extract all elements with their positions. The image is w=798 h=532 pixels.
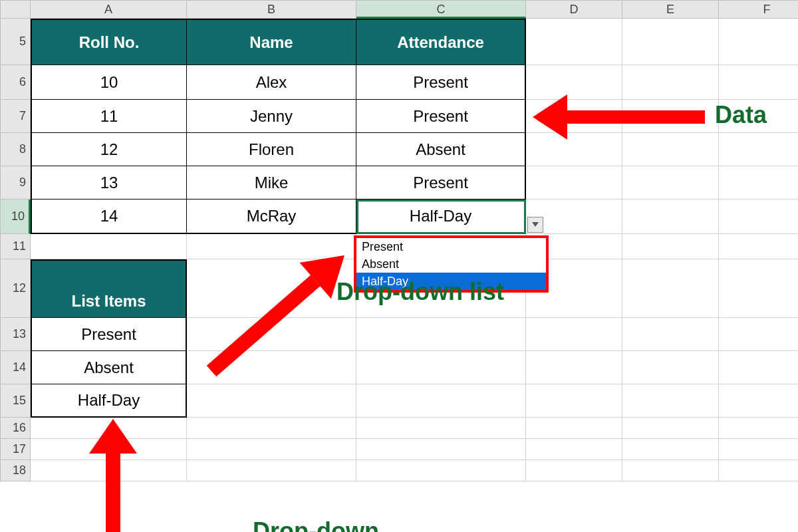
cell-F9[interactable] <box>719 166 798 200</box>
cell-A11[interactable] <box>31 234 187 259</box>
cell-C6[interactable]: Present <box>356 65 526 100</box>
cell-E7[interactable] <box>622 100 719 133</box>
cell-B16[interactable] <box>187 418 356 439</box>
row-header-9[interactable]: 9 <box>0 166 31 200</box>
cell-B17[interactable] <box>187 439 356 460</box>
cell-C14[interactable] <box>356 351 526 384</box>
row-header-6[interactable]: 6 <box>0 65 31 100</box>
cell-C13[interactable] <box>356 318 526 351</box>
row-header-11[interactable]: 11 <box>0 234 31 259</box>
cell-E15[interactable] <box>622 384 719 418</box>
cell-A7[interactable]: 11 <box>31 100 187 133</box>
row-header-7[interactable]: 7 <box>0 100 31 133</box>
cell-D8[interactable] <box>526 133 622 166</box>
row-header-17[interactable]: 17 <box>0 439 31 460</box>
cell-D13[interactable] <box>526 318 622 351</box>
row-header-5[interactable]: 5 <box>0 19 31 65</box>
cell-C15[interactable] <box>356 384 526 418</box>
cell-B5[interactable]: Name <box>187 19 356 65</box>
cell-A8[interactable]: 12 <box>31 133 187 166</box>
cell-B13[interactable] <box>187 318 356 351</box>
cell-C8[interactable]: Absent <box>356 133 526 166</box>
row-header-13[interactable]: 13 <box>0 318 31 351</box>
dropdown-button[interactable] <box>527 217 543 233</box>
col-header-E[interactable]: E <box>622 0 719 19</box>
cell-B18[interactable] <box>187 460 356 481</box>
cell-A5[interactable]: Roll No. <box>31 19 187 65</box>
cell-A14[interactable]: Absent <box>31 351 187 384</box>
cell-E5[interactable] <box>622 19 719 65</box>
cell-D14[interactable] <box>526 351 622 384</box>
cell-D15[interactable] <box>526 384 622 418</box>
cell-F8[interactable] <box>719 133 798 166</box>
cell-F15[interactable] <box>719 384 798 418</box>
col-header-C[interactable]: C <box>356 0 526 19</box>
cell-A16[interactable] <box>31 418 187 439</box>
row-header-10[interactable]: 10 <box>0 200 31 234</box>
col-header-D[interactable]: D <box>526 0 622 19</box>
cell-D9[interactable] <box>526 166 622 200</box>
cell-C9[interactable]: Present <box>356 166 526 200</box>
col-header-A[interactable]: A <box>31 0 187 19</box>
cell-C7[interactable]: Present <box>356 100 526 133</box>
cell-C10[interactable]: Half-Day <box>356 200 526 234</box>
cell-F6[interactable] <box>719 65 798 100</box>
cell-D5[interactable] <box>526 19 622 65</box>
cell-E6[interactable] <box>622 65 719 100</box>
cell-B8[interactable]: Floren <box>187 133 356 166</box>
cell-B14[interactable] <box>187 351 356 384</box>
cell-A18[interactable] <box>31 460 187 481</box>
cell-C16[interactable] <box>356 418 526 439</box>
cell-A13[interactable]: Present <box>31 318 187 351</box>
cell-F17[interactable] <box>719 439 798 460</box>
cell-F16[interactable] <box>719 418 798 439</box>
cell-F18[interactable] <box>719 460 798 481</box>
cell-B10[interactable]: McRay <box>187 200 356 234</box>
cell-E10[interactable] <box>622 200 719 234</box>
cell-C18[interactable] <box>356 460 526 481</box>
cell-B11[interactable] <box>187 234 356 259</box>
cell-A12[interactable]: List Items <box>31 259 187 318</box>
cell-E16[interactable] <box>622 418 719 439</box>
col-header-B[interactable]: B <box>187 0 356 19</box>
dropdown-option[interactable]: Present <box>356 238 546 255</box>
cell-F13[interactable] <box>719 318 798 351</box>
cell-B12[interactable] <box>187 259 356 318</box>
cell-C17[interactable] <box>356 439 526 460</box>
select-all-corner[interactable] <box>0 0 31 19</box>
cell-E12[interactable] <box>622 259 719 318</box>
row-header-15[interactable]: 15 <box>0 384 31 418</box>
cell-D16[interactable] <box>526 418 622 439</box>
dropdown-option[interactable]: Absent <box>356 255 546 273</box>
cell-F11[interactable] <box>719 234 798 259</box>
cell-E14[interactable] <box>622 351 719 384</box>
cell-A17[interactable] <box>31 439 187 460</box>
cell-E9[interactable] <box>622 166 719 200</box>
cell-E17[interactable] <box>622 439 719 460</box>
cell-B9[interactable]: Mike <box>187 166 356 200</box>
cell-E11[interactable] <box>622 234 719 259</box>
cell-A15[interactable]: Half-Day <box>31 384 187 418</box>
cell-A6[interactable]: 10 <box>31 65 187 100</box>
cell-A9[interactable]: 13 <box>31 166 187 200</box>
cell-D17[interactable] <box>526 439 622 460</box>
cell-B7[interactable]: Jenny <box>187 100 356 133</box>
row-header-16[interactable]: 16 <box>0 418 31 439</box>
cell-D18[interactable] <box>526 460 622 481</box>
cell-B15[interactable] <box>187 384 356 418</box>
cell-F5[interactable] <box>719 19 798 65</box>
cell-E8[interactable] <box>622 133 719 166</box>
row-header-12[interactable]: 12 <box>0 259 31 318</box>
row-header-14[interactable]: 14 <box>0 351 31 384</box>
cell-D7[interactable] <box>526 100 622 133</box>
cell-F10[interactable] <box>719 200 798 234</box>
cell-B6[interactable]: Alex <box>187 65 356 100</box>
cell-D6[interactable] <box>526 65 622 100</box>
cell-C5[interactable]: Attendance <box>356 19 526 65</box>
row-header-8[interactable]: 8 <box>0 133 31 166</box>
cell-F12[interactable] <box>719 259 798 318</box>
cell-E13[interactable] <box>622 318 719 351</box>
cell-A10[interactable]: 14 <box>31 200 187 234</box>
row-header-18[interactable]: 18 <box>0 460 31 481</box>
cell-E18[interactable] <box>622 460 719 481</box>
